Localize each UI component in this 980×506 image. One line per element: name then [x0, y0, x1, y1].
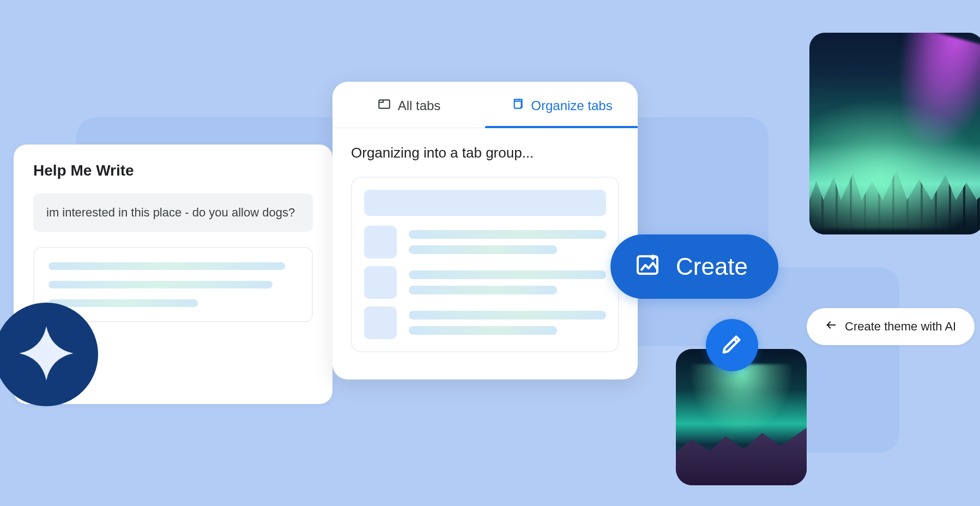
tab-label: Organize tabs: [531, 98, 612, 113]
pencil-icon: [719, 332, 745, 359]
tab-organize-tabs[interactable]: Organize tabs: [485, 82, 638, 128]
skeleton-row: [364, 266, 606, 299]
tabs-body: Organizing into a tab group...: [332, 128, 638, 380]
create-theme-label: Create theme with AI: [845, 320, 956, 334]
tab-group-skeleton: [351, 177, 619, 352]
organize-tabs-icon: [510, 97, 524, 115]
placeholder-line: [409, 326, 557, 335]
placeholder-line: [409, 245, 557, 254]
skeleton-favicon: [364, 226, 397, 258]
image-sparkle-icon: [634, 251, 661, 282]
skeleton-header: [364, 190, 606, 216]
create-button-label: Create: [676, 253, 748, 280]
skeleton-favicon: [364, 306, 397, 339]
tab-all-tabs[interactable]: All tabs: [332, 82, 485, 128]
placeholder-line: [49, 262, 285, 270]
tab-search-panel: All tabs Organize tabs Organizing into a…: [332, 82, 638, 380]
help-me-write-title: Help Me Write: [33, 162, 313, 179]
edit-button[interactable]: [706, 319, 758, 371]
help-me-write-input[interactable]: im interested in this place - do you all…: [33, 194, 313, 232]
svg-rect-0: [379, 100, 390, 108]
sparkle-icon: [16, 323, 76, 385]
placeholder-line: [409, 270, 606, 279]
tab-label: All tabs: [398, 98, 441, 113]
skeleton-favicon: [364, 266, 397, 299]
skeleton-row: [364, 226, 606, 258]
tabs-body-title: Organizing into a tab group...: [351, 144, 619, 161]
create-button[interactable]: Create: [610, 234, 778, 299]
create-theme-with-ai-button[interactable]: Create theme with AI: [807, 308, 975, 345]
placeholder-line: [49, 281, 273, 288]
placeholder-line: [409, 230, 606, 239]
tab-icon: [377, 97, 391, 115]
placeholder-line: [49, 299, 198, 307]
placeholder-line: [409, 311, 606, 320]
skeleton-row: [364, 306, 606, 339]
placeholder-line: [409, 286, 557, 294]
tabs-header: All tabs Organize tabs: [332, 82, 638, 128]
aurora-image-large: [809, 33, 980, 234]
arrow-left-icon: [825, 319, 837, 334]
